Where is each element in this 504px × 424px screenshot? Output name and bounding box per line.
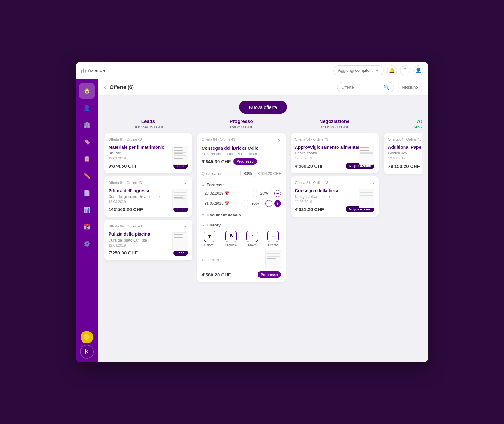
brand-area: Azienda <box>81 68 330 73</box>
card-meta: Offerta 84 · Ordine 43 <box>109 181 142 185</box>
card-more-icon[interactable]: ··· <box>184 181 188 186</box>
history-action-move[interactable]: ↑ Move <box>246 231 258 247</box>
card-header: Offerta 84 · Ordine 43 ··· <box>109 224 188 229</box>
card-subtitle: Golden Joy <box>388 151 422 155</box>
sidebar-item-tasks[interactable]: 📋 <box>79 151 95 167</box>
card-meta: Offerta 84 · Ordine 43 <box>202 137 235 141</box>
eye-icon: 👁 <box>225 231 237 242</box>
card-subtitle: Servizio Immobiliare Buena Vista <box>202 152 281 156</box>
search-box[interactable]: 🔍 <box>337 82 394 92</box>
history-toggle[interactable]: ▲ History <box>202 223 281 227</box>
column-title-progresso: Progresso <box>197 119 286 124</box>
card-header: Offerta 84 · Ordine 43 ✕ <box>202 137 281 143</box>
sidebar-item-tags[interactable]: 🏷️ <box>79 134 95 150</box>
history-action-create[interactable]: + Create <box>267 231 279 247</box>
help-button[interactable]: ? <box>400 65 410 75</box>
card-more-icon[interactable]: ··· <box>184 137 188 142</box>
search-icon: 🔍 <box>383 84 390 90</box>
new-offer-button[interactable]: Nuova offerta <box>239 101 287 114</box>
forecast-rows: 28.02.2019 📅 20% − <box>202 190 281 207</box>
sidebar-item-documents[interactable]: 📄 <box>79 185 95 201</box>
history-actions: 🗑 Cancell 👁 Preview ↑ <box>202 231 281 247</box>
filter-button[interactable]: Nessuno <box>398 83 422 92</box>
column-negoziazione: Negoziazione 971'686.30 CHF Offerta 84 ·… <box>291 119 379 282</box>
sidebar-item-companies[interactable]: 🏢 <box>79 117 95 133</box>
card-more-icon[interactable]: ··· <box>370 181 374 186</box>
history-action-label: Cancell <box>204 243 216 247</box>
history-label: History <box>207 223 221 227</box>
avatar-yellow[interactable]: 🟡 <box>81 331 93 343</box>
status-badge: Progresso <box>233 158 257 165</box>
history-action-label: Move <box>248 243 257 247</box>
sidebar-item-calendar[interactable]: 📅 <box>79 219 95 235</box>
forecast-row-2: 31.05.2019 📅 80% − + <box>202 200 281 207</box>
forecast-pct-2[interactable]: 80% <box>247 200 263 207</box>
column-title-accepted: Accepted <box>384 119 422 124</box>
sidebar-bottom: 🟡 K <box>80 331 94 359</box>
sidebar: 🏠 👤 🏢 🏷️ 📋 ✏️ 📄 📊 📅 ⚙️ 🟡 K <box>76 79 98 362</box>
accepted-cards: Offerta 84 · Ordine 43 ··· Additional Pa… <box>384 133 422 174</box>
sidebar-item-contacts[interactable]: 👤 <box>79 100 95 116</box>
column-header-progresso: Progresso 158'290 CHF <box>197 119 286 129</box>
history-action-label: Create <box>268 243 278 247</box>
status-badge: Progresso <box>258 271 281 278</box>
top-bar: Azienda Aggiungi compito... ＋ 🔔 ? 👤 <box>76 62 428 79</box>
sub-header: ‹ Offerte (6) 🔍 Nessuno <box>98 79 428 96</box>
card-meta: Offerta 84 · Ordine 43 <box>295 181 328 185</box>
sidebar-item-settings[interactable]: ⚙️ <box>79 236 95 252</box>
chevron-up-icon: ▲ <box>202 183 205 187</box>
kanban-board: Leads 1'419'540.60 CHF Offerta 84 · Ordi… <box>104 119 422 287</box>
search-input[interactable] <box>341 85 382 90</box>
user-account-button[interactable]: 👤 <box>413 65 423 75</box>
main-layout: 🏠 👤 🏢 🏷️ 📋 ✏️ 📄 📊 📅 ⚙️ 🟡 K ‹ <box>76 79 428 362</box>
chevron-down-icon: ▼ <box>202 213 205 217</box>
plus-icon: + <box>267 231 279 242</box>
forecast-toggle[interactable]: ▲ Forecast <box>202 182 281 187</box>
user-avatar[interactable]: K <box>80 345 94 359</box>
sidebar-item-reports[interactable]: 📊 <box>79 202 95 218</box>
card-date: 12.03.2019 <box>388 156 422 160</box>
sidebar-item-home[interactable]: 🏠 <box>79 83 95 99</box>
notifications-button[interactable]: 🔔 <box>387 65 397 75</box>
column-title-leads: Leads <box>104 119 192 124</box>
card-header: Offerta 84 · Ordine 43 ··· <box>388 137 422 142</box>
forecast-label: Forecast <box>207 182 224 187</box>
forecast-date-1[interactable]: 28.02.2019 📅 <box>202 190 254 197</box>
sidebar-item-edit[interactable]: ✏️ <box>79 168 95 184</box>
card-more-icon[interactable]: ··· <box>370 137 374 142</box>
history-action-preview[interactable]: 👁 Preview <box>225 231 237 247</box>
forecast-remove-2[interactable]: − <box>265 200 272 207</box>
table-row: Offerta 84 · Ordine 43 ··· Pittura dell'… <box>104 176 192 217</box>
forecast-remove-1[interactable]: − <box>274 190 281 197</box>
forecast-add-button[interactable]: + <box>274 200 281 207</box>
column-amount-negoziazione: 971'686.30 CHF <box>291 125 379 129</box>
move-icon: ↑ <box>246 231 258 242</box>
close-icon[interactable]: ✕ <box>277 137 281 143</box>
document-details-toggle[interactable]: ▼ Document details <box>202 213 281 217</box>
hamburger-icon[interactable] <box>81 68 86 73</box>
negoziazione-cards: Offerta 84 · Ordine 43 ··· Approvvigiona… <box>291 133 379 217</box>
card-amount: 4'580.20 CHF <box>295 163 324 169</box>
card-amount: 145'560.20 CHF <box>109 207 143 212</box>
card-more-icon[interactable]: ··· <box>184 224 188 229</box>
chevron-up-icon: ▲ <box>202 223 205 227</box>
column-header-accepted: Accepted 745'268.50 CHF <box>384 119 422 129</box>
history-action-cancell[interactable]: 🗑 Cancell <box>204 231 216 247</box>
card-header: Offerta 84 · Ordine 43 ··· <box>109 137 188 142</box>
card-title: Consegna del iBricks Cello <box>202 145 281 151</box>
card-thumbnail <box>359 146 374 165</box>
card-amount: 9'874.50 CHF <box>109 163 138 169</box>
card-header: Offerta 84 · Ordine 43 ··· <box>295 181 374 186</box>
card-thumbnail <box>172 189 188 208</box>
forecast-date-2[interactable]: 31.05.2019 📅 <box>202 200 245 207</box>
table-row: Offerta 84 · Ordine 43 ··· Materiale per… <box>104 133 192 173</box>
card-amount: 7'250.00 CHF <box>109 250 138 255</box>
card-amount: 9'645.30 CHF <box>202 159 231 164</box>
card-thumbnail <box>359 189 374 208</box>
back-button[interactable]: ‹ <box>104 84 106 91</box>
kanban-container: Nuova offerta Leads 1'419'540.60 CHF <box>98 96 428 292</box>
qualification-percent[interactable]: 80% <box>240 170 255 177</box>
column-amount-progresso: 158'290 CHF <box>197 125 286 129</box>
forecast-pct-1[interactable]: 20% <box>256 190 272 197</box>
add-task-button[interactable]: Aggiungi compito... ＋ <box>333 65 384 75</box>
